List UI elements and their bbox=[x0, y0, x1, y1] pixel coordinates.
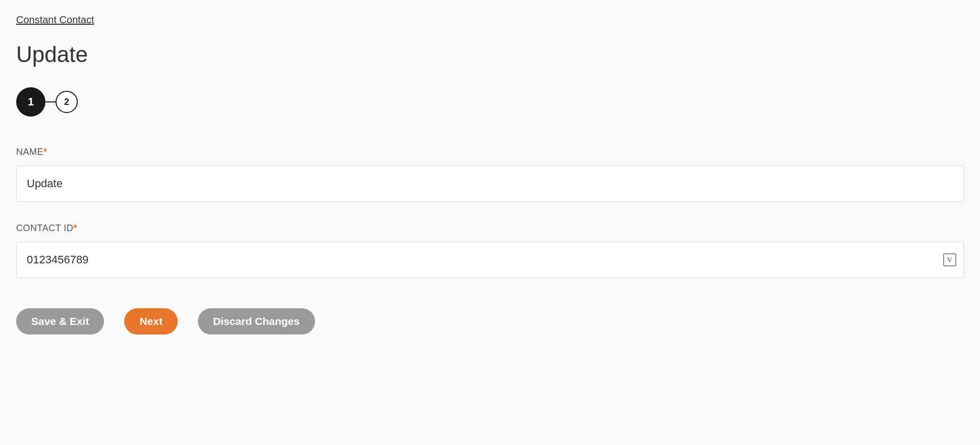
name-input[interactable] bbox=[17, 166, 963, 201]
stepper: 1 2 bbox=[16, 87, 964, 117]
name-input-wrapper bbox=[16, 165, 964, 202]
required-asterisk-icon: * bbox=[43, 147, 47, 157]
name-label: NAME* bbox=[16, 147, 964, 157]
variable-icon[interactable]: V bbox=[943, 253, 956, 266]
breadcrumb-link[interactable]: Constant Contact bbox=[16, 14, 94, 26]
name-label-text: NAME bbox=[16, 147, 43, 157]
save-exit-button[interactable]: Save & Exit bbox=[16, 308, 104, 335]
step-connector bbox=[45, 101, 56, 102]
required-asterisk-icon: * bbox=[73, 223, 77, 233]
step-2[interactable]: 2 bbox=[56, 91, 78, 113]
button-row: Save & Exit Next Discard Changes bbox=[16, 308, 964, 335]
page-title: Update bbox=[16, 42, 964, 67]
form-group-name: NAME* bbox=[16, 147, 964, 202]
form-group-contact-id: CONTACT ID* V bbox=[16, 223, 964, 278]
contact-id-input-wrapper: V bbox=[16, 242, 964, 278]
next-button[interactable]: Next bbox=[124, 308, 178, 335]
step-1[interactable]: 1 bbox=[16, 87, 45, 117]
contact-id-input[interactable] bbox=[17, 242, 943, 277]
contact-id-label: CONTACT ID* bbox=[16, 223, 964, 234]
contact-id-label-text: CONTACT ID bbox=[16, 223, 73, 233]
discard-changes-button[interactable]: Discard Changes bbox=[198, 308, 315, 335]
